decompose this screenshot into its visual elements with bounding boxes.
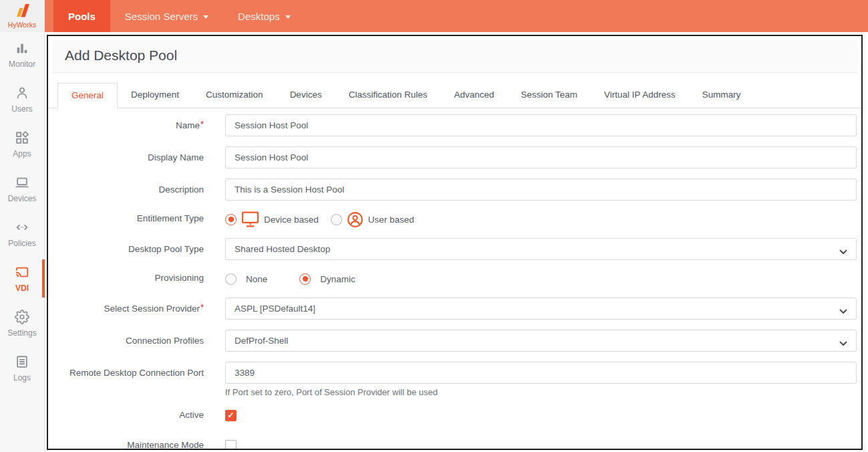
name-field[interactable]	[225, 114, 857, 136]
description-label: Description	[48, 179, 225, 201]
row-entitlement-type: Entitlement Type Device based User based	[48, 211, 861, 228]
tab-summary[interactable]: Summary	[689, 83, 754, 108]
provisioning-dynamic-label: Dynamic	[320, 274, 355, 284]
session-provider-select[interactable]: ASPL [PSDefault14]	[225, 298, 857, 320]
sidebar-item-policies[interactable]: Policies	[0, 211, 44, 256]
nav-item-pools[interactable]: Pools	[53, 0, 110, 32]
provisioning-dynamic-radio[interactable]	[299, 273, 311, 285]
name-label: Name*	[48, 114, 225, 136]
page-title: Add Desktop Pool	[65, 47, 845, 64]
tab-virtual-ip-address[interactable]: Virtual IP Address	[591, 83, 689, 108]
active-label: Active	[48, 407, 225, 423]
nav-item-desktops[interactable]: Desktops	[223, 0, 305, 32]
top-navigation-bar: Pools Session Servers Desktops	[45, 0, 868, 32]
nav-item-session-servers[interactable]: Session Servers	[110, 0, 223, 32]
maintenance-mode-checkbox[interactable]	[225, 440, 237, 451]
user-circle-icon	[347, 211, 364, 228]
desktop-pool-type-value: Shared Hosted Desktop	[235, 244, 330, 254]
row-display-name: Display Name	[48, 146, 861, 168]
tab-classification-rules[interactable]: Classification Rules	[335, 83, 441, 108]
session-provider-label: Select Session Provider*	[48, 298, 225, 320]
connection-profiles-select[interactable]: DefProf-Shell	[225, 330, 857, 352]
display-name-field[interactable]	[225, 146, 857, 168]
tab-session-team[interactable]: Session Team	[507, 83, 591, 108]
hyworks-logo-icon	[13, 3, 31, 20]
chevron-down-icon	[839, 247, 847, 257]
provisioning-none-label: None	[246, 274, 267, 284]
sidebar: HyWorks Monitor Users Apps Devices Polic…	[0, 0, 45, 452]
tab-bar: General Deployment Customization Devices…	[48, 83, 861, 108]
tab-customization[interactable]: Customization	[192, 83, 277, 108]
sidebar-item-logs[interactable]: Logs	[0, 346, 44, 390]
general-form: Name* Display Name Description Entitleme…	[48, 108, 861, 450]
sidebar-item-label: Settings	[7, 328, 36, 338]
row-connection-profiles: Connection Profiles DefProf-Shell	[48, 330, 861, 352]
desktop-pool-type-label: Desktop Pool Type	[48, 238, 225, 260]
sidebar-item-devices[interactable]: Devices	[0, 166, 44, 211]
chevron-down-icon	[839, 306, 847, 316]
required-marker: *	[200, 119, 204, 129]
sidebar-item-apps[interactable]: Apps	[0, 122, 44, 166]
row-provisioning: Provisioning None Dynamic	[48, 270, 861, 288]
row-maintenance-mode: Maintenance Mode	[48, 437, 861, 450]
sidebar-item-monitor[interactable]: Monitor	[0, 32, 44, 77]
sidebar-item-label: VDI	[15, 284, 29, 293]
entitlement-option-user-based[interactable]: User based	[331, 211, 414, 228]
tab-deployment[interactable]: Deployment	[118, 83, 192, 108]
device-based-radio[interactable]	[225, 214, 237, 225]
row-active: Active ✓	[48, 407, 861, 423]
tab-devices[interactable]: Devices	[277, 83, 335, 108]
nav-item-label: Session Servers	[125, 11, 198, 22]
description-field[interactable]	[225, 179, 857, 201]
sidebar-item-label: Apps	[13, 149, 31, 158]
gear-icon	[15, 310, 29, 324]
sidebar-item-users[interactable]: Users	[0, 77, 44, 122]
sidebar-item-label: Monitor	[9, 60, 35, 69]
sidebar-item-vdi[interactable]: VDI	[0, 256, 44, 301]
entitlement-type-label: Entitlement Type	[48, 211, 225, 227]
chevron-down-icon	[839, 338, 847, 348]
log-document-icon	[15, 354, 29, 369]
user-icon	[15, 86, 29, 100]
brand-name: HyWorks	[8, 21, 36, 29]
sidebar-item-label: Policies	[8, 239, 35, 248]
tab-general[interactable]: General	[57, 83, 118, 108]
row-description: Description	[48, 179, 861, 201]
session-provider-value: ASPL [PSDefault14]	[235, 304, 315, 314]
entitlement-option-device-based[interactable]: Device based	[225, 211, 319, 227]
nav-item-label: Pools	[68, 11, 96, 22]
sidebar-item-settings[interactable]: Settings	[0, 301, 44, 346]
provisioning-option-none[interactable]: None	[225, 273, 267, 285]
bar-chart-icon	[15, 41, 29, 55]
sidebar-item-label: Logs	[13, 373, 31, 382]
row-name: Name*	[48, 114, 861, 136]
code-brackets-icon	[15, 220, 29, 235]
user-based-radio[interactable]	[331, 214, 342, 225]
provisioning-option-dynamic[interactable]: Dynamic	[299, 273, 355, 285]
row-session-provider: Select Session Provider* ASPL [PSDefault…	[48, 298, 861, 320]
provisioning-none-radio[interactable]	[225, 273, 237, 285]
add-desktop-pool-panel: Add Desktop Pool General Deployment Cust…	[47, 35, 863, 450]
rdp-port-hint: If Port set to zero, Port of Session Pro…	[225, 387, 857, 397]
apps-grid-icon	[15, 130, 29, 145]
display-name-label: Display Name	[48, 146, 225, 168]
sidebar-item-label: Devices	[8, 194, 37, 203]
provisioning-label: Provisioning	[48, 270, 225, 286]
required-marker: *	[200, 302, 204, 312]
user-based-label: User based	[368, 215, 414, 225]
desktop-pool-type-select[interactable]: Shared Hosted Desktop	[225, 238, 857, 260]
maintenance-mode-label: Maintenance Mode	[48, 437, 225, 450]
laptop-icon	[15, 175, 29, 190]
device-based-label: Device based	[264, 215, 319, 225]
nav-item-label: Desktops	[238, 11, 280, 22]
rdp-port-field[interactable]	[225, 362, 857, 384]
tab-advanced[interactable]: Advanced	[440, 83, 507, 108]
connection-profiles-label: Connection Profiles	[48, 330, 225, 352]
active-checkbox[interactable]: ✓	[225, 410, 237, 421]
chevron-down-icon	[285, 15, 291, 19]
row-rdp-port: Remote Desktop Connection Port If Port s…	[48, 362, 861, 397]
sidebar-item-label: Users	[11, 104, 32, 114]
rdp-port-label: Remote Desktop Connection Port	[48, 362, 225, 384]
row-desktop-pool-type: Desktop Pool Type Shared Hosted Desktop	[48, 238, 861, 260]
hyworks-logo[interactable]: HyWorks	[0, 0, 44, 32]
